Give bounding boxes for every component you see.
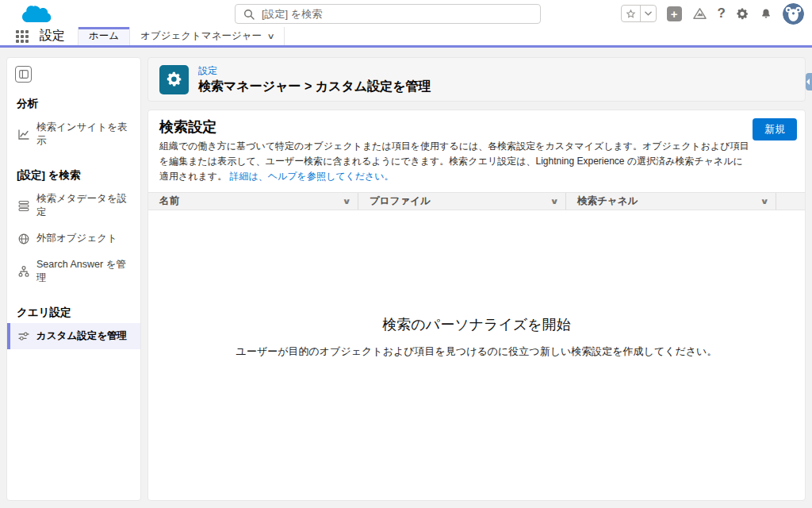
panel-description: 組織での働き方に基づいて特定のオブジェクトまたは項目を使用するには、各検索設定を…: [159, 139, 750, 185]
column-header-name[interactable]: 名前 ∨: [148, 193, 358, 210]
notifications-bell-icon[interactable]: [760, 7, 772, 21]
setup-nav-bar: 設定 ホーム オブジェクトマネージャー ∨: [0, 27, 812, 48]
favorites-button-group: [621, 5, 657, 22]
sliders-icon: [18, 331, 29, 341]
panel-head: 検索設定 組織での働き方に基づいて特定のオブジェクトまたは項目を使用するには、各…: [148, 110, 805, 192]
sidebar-item-search-answer[interactable]: Search Answer を管理: [7, 252, 140, 291]
app-name: 設定: [40, 28, 65, 44]
chart-icon: [18, 129, 29, 140]
global-search[interactable]: [235, 4, 541, 24]
column-header-profile[interactable]: プロファイル ∨: [358, 193, 566, 210]
sidebar-item-label: Search Answer を管理: [36, 258, 136, 285]
global-header-actions: + ?: [621, 0, 804, 27]
sidebar-section-query-settings: クエリ設定: [7, 291, 140, 323]
sidebar-item-label: 検索インサイトを表示: [36, 121, 136, 148]
chevron-down-icon: ∨: [267, 32, 275, 40]
help-icon[interactable]: ?: [718, 6, 726, 21]
column-header-actions: [776, 193, 805, 210]
search-settings-panel: 検索設定 組織での働き方に基づいて特定のオブジェクトまたは項目を使用するには、各…: [147, 110, 806, 501]
app-launcher-icon[interactable]: [16, 30, 29, 43]
column-header-label: プロファイル: [370, 194, 431, 208]
hierarchy-icon: [18, 266, 29, 277]
salesforce-setup-app: + ? 設定 ホーム オブジェクトマネージャー: [0, 0, 812, 508]
sidebar-section-search-setup: [設定] を検索: [7, 154, 140, 186]
page-title: 検索マネージャー > カスタム設定を管理: [198, 79, 431, 95]
new-button[interactable]: 新規: [753, 118, 797, 140]
empty-state-title: 検索のパーソナライズを開始: [148, 315, 805, 334]
search-input[interactable]: [262, 8, 532, 20]
setup-sidebar: 分析 検索インサイトを表示 [設定] を検索 検索メタデータを設定 外部オブジェ…: [6, 57, 141, 501]
breadcrumb-setup-link[interactable]: 設定: [198, 64, 431, 78]
column-header-label: 検索チャネル: [577, 194, 638, 208]
help-link[interactable]: 詳細は、ヘルプを参照してください。: [229, 171, 393, 182]
column-header-search-channel[interactable]: 検索チャネル ∨: [566, 193, 776, 210]
salesforce-logo-icon: [19, 2, 56, 25]
tab-object-manager[interactable]: オブジェクトマネージャー ∨: [130, 27, 285, 45]
tab-home[interactable]: ホーム: [78, 27, 130, 45]
sidebar-item-label: 外部オブジェクト: [36, 232, 117, 245]
sidebar-item-external-objects[interactable]: 外部オブジェクト: [7, 225, 140, 252]
user-avatar[interactable]: [783, 3, 804, 25]
tab-object-manager-label: オブジェクトマネージャー: [140, 29, 262, 43]
search-icon: [243, 9, 255, 20]
chevron-down-icon[interactable]: ∨: [550, 197, 558, 206]
page-header-text: 設定 検索マネージャー > カスタム設定を管理: [198, 64, 431, 95]
empty-state: 検索のパーソナライズを開始 ユーザーが目的のオブジェクトおよび項目を見つけるのに…: [148, 315, 805, 359]
favorite-star-button[interactable]: [622, 6, 640, 21]
sidebar-collapse-button[interactable]: [15, 66, 32, 83]
help-panel-expand-button[interactable]: [806, 73, 812, 90]
chevron-down-icon[interactable]: ∨: [342, 197, 350, 206]
tab-home-label: ホーム: [89, 29, 119, 43]
panel-title: 検索設定: [159, 117, 794, 137]
page-header: 設定 検索マネージャー > カスタム設定を管理: [147, 57, 806, 102]
database-icon: [18, 201, 29, 211]
empty-state-message: ユーザーが目的のオブジェクトおよび項目を見つけるのに役立つ新しい検索設定を作成し…: [148, 344, 805, 359]
chevron-down-icon[interactable]: ∨: [760, 197, 768, 206]
setup-gear-icon[interactable]: [736, 7, 749, 21]
table-header-row: 名前 ∨ プロファイル ∨ 検索チャネル ∨: [148, 192, 805, 210]
global-actions-button[interactable]: +: [667, 6, 682, 21]
sidebar-section-analytics: 分析: [7, 83, 140, 114]
nav-tabs: ホーム オブジェクトマネージャー ∨: [78, 27, 285, 45]
trailhead-icon[interactable]: [692, 7, 707, 21]
setup-page-icon: [159, 65, 189, 94]
globe-icon: [18, 233, 29, 244]
global-header: + ?: [0, 0, 812, 27]
sidebar-item-manage-custom-configs[interactable]: カスタム設定を管理: [7, 323, 140, 349]
sidebar-item-label: 検索メタデータを設定: [36, 192, 136, 219]
sidebar-item-label: カスタム設定を管理: [36, 329, 127, 343]
sidebar-item-search-insights[interactable]: 検索インサイトを表示: [7, 114, 140, 154]
sidebar-item-search-metadata[interactable]: 検索メタデータを設定: [7, 186, 140, 225]
favorites-dropdown-button[interactable]: [640, 6, 656, 21]
column-header-label: 名前: [159, 194, 179, 208]
